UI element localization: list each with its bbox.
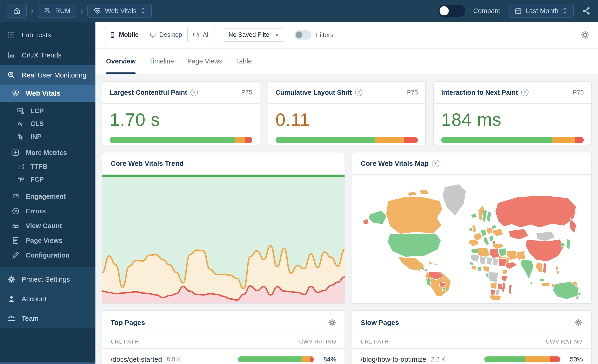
map-region: [490, 295, 501, 300]
world-map[interactable]: [352, 175, 591, 303]
table-row[interactable]: /blog/how-to-optimize 2.2 K 53%: [352, 349, 591, 364]
tab-table[interactable]: Table: [236, 49, 252, 74]
segment-poor: [404, 137, 418, 143]
percentile-badge: P75: [573, 89, 584, 96]
sidebar-item-lcp[interactable]: LCP: [0, 104, 95, 117]
gear-icon[interactable]: [328, 318, 336, 327]
tab-overview[interactable]: Overview: [106, 49, 136, 74]
monitor-icon: [149, 32, 156, 38]
sidebar-item-fcp[interactable]: FCP: [0, 173, 95, 186]
sidebar-item-label: CrUX Trends: [22, 51, 61, 59]
sidebar-item-label: Configuration: [26, 252, 69, 259]
date-range-button[interactable]: Last Month: [508, 4, 574, 18]
map-region: [543, 263, 547, 274]
home-icon: [13, 7, 21, 15]
map-region: [516, 251, 525, 260]
metric-value: 0.11: [275, 109, 418, 130]
map-region: [486, 257, 492, 265]
saved-filter-dropdown[interactable]: No Saved Filter ▾: [223, 28, 284, 42]
sidebar-item-account[interactable]: Account: [0, 289, 95, 309]
segment-good: [110, 137, 235, 143]
help-icon[interactable]: ?: [355, 89, 363, 96]
map-region: [496, 290, 500, 296]
sidebar-item-cls[interactable]: CLS: [0, 117, 95, 130]
toggle-knob: [440, 6, 449, 15]
sidebar-item-ttfb[interactable]: TTFB: [0, 160, 95, 173]
gear-icon[interactable]: [574, 318, 583, 327]
dashboard-scroll-area: Largest Contentful Paint ? P75 1.70 s Cu…: [95, 74, 598, 364]
tab-label: Page Views: [187, 58, 223, 65]
tab-page-views[interactable]: Page Views: [187, 49, 223, 74]
sidebar-item-project-settings[interactable]: Project Settings: [0, 270, 95, 289]
rating-percent: 84%: [318, 356, 336, 363]
metric-card-lcp: Largest Contentful Paint ? P75 1.70 s: [102, 81, 260, 145]
map-region: [508, 229, 529, 240]
map-region: [388, 233, 441, 257]
settings-gear-icon[interactable]: [581, 30, 590, 40]
help-icon[interactable]: ?: [191, 89, 198, 96]
sidebar-item-crux-trends[interactable]: CrUX Trends: [0, 45, 95, 65]
map-region: [469, 228, 473, 231]
url-path[interactable]: /docs/get-started: [111, 356, 162, 363]
sidebar-item-page-views[interactable]: Page Views: [0, 233, 95, 248]
column-cwv-rating[interactable]: CWV RATING: [546, 339, 583, 345]
trend-chart[interactable]: [102, 175, 345, 303]
map-region: [363, 219, 369, 225]
tab-timeline[interactable]: Timeline: [149, 49, 174, 74]
main-content: Mobile Desktop All No Saved Filter ▾ Fil…: [95, 22, 598, 364]
sidebar-item-real-user-monitoring[interactable]: Real User Monitoring: [0, 65, 95, 85]
breadcrumb-home-button[interactable]: [7, 4, 27, 18]
sidebar-item-lab-tests[interactable]: Lab Tests: [0, 25, 95, 45]
compare-toggle[interactable]: [438, 5, 465, 17]
sidebar-item-team[interactable]: Team: [0, 309, 95, 328]
help-icon[interactable]: ?: [432, 160, 439, 167]
heart-pulse-icon: [93, 7, 101, 15]
device-mobile-button[interactable]: Mobile: [104, 28, 144, 42]
map-region: [499, 248, 507, 256]
sidebar-item-view-count[interactable]: View Count: [0, 218, 95, 233]
table-row[interactable]: /docs/get-started 8.8 K 84%: [102, 349, 345, 364]
sidebar-item-errors[interactable]: Errors: [0, 204, 95, 218]
view-count: 8.8 K: [166, 356, 181, 363]
sidebar-item-label: More Metrics: [26, 149, 67, 157]
help-icon[interactable]: ?: [521, 89, 529, 96]
url-path[interactable]: /blog/how-to-optimize: [361, 356, 426, 363]
map-region: [491, 225, 496, 229]
image-eye-icon: [16, 107, 25, 115]
device-all-button[interactable]: All: [187, 28, 215, 42]
map-title: Core Web Vitals Map: [361, 160, 429, 167]
map-region: [490, 248, 499, 258]
map-region: [480, 256, 486, 265]
top-pages-card: Top Pages URL PATH CWV RATING /docs/get-…: [102, 310, 345, 364]
sidebar-item-label: View Count: [26, 222, 62, 230]
sidebar-item-web-vitals[interactable]: Web Vitals: [0, 85, 95, 102]
sidebar-item-inp[interactable]: INP: [0, 130, 95, 143]
sidebar-item-engagement[interactable]: Engagement: [0, 189, 95, 204]
filters-toggle[interactable]: [294, 30, 311, 40]
breadcrumb-webvitals-label: Web Vitals: [105, 7, 137, 15]
column-url-path[interactable]: URL PATH: [361, 339, 389, 345]
map-region: [420, 190, 429, 195]
magnifier-trend-icon: [44, 7, 51, 15]
sidebar-item-more-metrics[interactable]: More Metrics: [0, 145, 95, 160]
share-icon[interactable]: [581, 6, 591, 16]
compare-label: Compare: [473, 7, 500, 15]
column-url-path[interactable]: URL PATH: [111, 339, 139, 345]
column-cwv-rating[interactable]: CWV RATING: [299, 339, 336, 345]
sidebar-item-configuration[interactable]: Configuration: [0, 248, 95, 263]
metric-title: Interaction to Next Paint: [441, 89, 518, 96]
gear-icon: [7, 275, 16, 284]
breadcrumb-rum-button[interactable]: RUM: [38, 4, 76, 18]
segment-good: [275, 137, 375, 143]
map-region: [483, 266, 490, 272]
sidebar-item-label: Errors: [26, 207, 46, 215]
device-desktop-button[interactable]: Desktop: [144, 28, 187, 42]
map-region: [498, 258, 507, 266]
caret-down-icon: ▾: [275, 32, 278, 38]
segment-needs-improvement: [375, 137, 404, 143]
breadcrumb-webvitals-selector[interactable]: Web Vitals: [87, 4, 152, 18]
chevron-right-icon: ›: [81, 6, 83, 16]
gauge-icon: [11, 192, 20, 200]
sidebar-item-label: Real User Monitoring: [22, 71, 86, 79]
slow-pages-card: Slow Pages URL PATH CWV RATING /blog/how…: [352, 310, 591, 364]
